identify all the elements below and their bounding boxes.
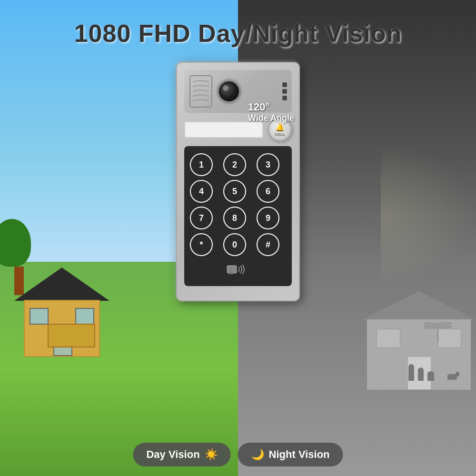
content-overlay: 1080 FHD Day/Night Vision — [0, 0, 476, 476]
day-vision-badge[interactable]: Day Vision ☀️ — [133, 443, 230, 466]
day-vision-label: Day Vision — [146, 448, 199, 461]
key-#[interactable]: # — [257, 233, 279, 256]
night-vision-icon: 🌙 — [251, 448, 264, 461]
key-9[interactable]: 9 — [257, 207, 279, 229]
angle-text: Wide Angle — [248, 113, 294, 123]
nameplate — [184, 121, 263, 138]
bottom-labels: Day Vision ☀️ 🌙 Night Vision — [133, 443, 343, 466]
keypad-section: 123456789*0# — [184, 146, 292, 286]
svg-rect-3 — [228, 272, 233, 274]
bell-icon: 🔔 — [275, 123, 285, 132]
angle-degrees: 120° — [248, 101, 294, 113]
night-vision-label: Night Vision — [269, 448, 330, 461]
camera-decoration — [189, 75, 213, 108]
key-4[interactable]: 4 — [190, 180, 213, 203]
night-vision-badge[interactable]: 🌙 Night Vision — [238, 443, 343, 466]
keypad-grid: 123456789*0# — [190, 153, 286, 256]
led-2 — [282, 89, 287, 94]
camera-leds — [282, 82, 287, 100]
camera-lens-area — [218, 80, 287, 103]
key-8[interactable]: 8 — [223, 207, 246, 229]
day-vision-icon: ☀️ — [205, 448, 218, 461]
key-1[interactable]: 1 — [190, 153, 213, 176]
title-area: 1080 FHD Day/Night Vision — [74, 19, 402, 48]
led-1 — [282, 82, 287, 87]
key-6[interactable]: 6 — [257, 180, 279, 203]
rfid-area — [190, 260, 286, 279]
device-panel: 120° Wide Angle 🔔 CALL 123456789*0# — [176, 62, 300, 301]
key-0[interactable]: 0 — [223, 233, 246, 256]
key-2[interactable]: 2 — [223, 153, 246, 176]
angle-label: 120° Wide Angle — [248, 101, 294, 123]
key-*[interactable]: * — [190, 233, 213, 256]
rfid-icon — [226, 262, 250, 277]
call-label: CALL — [275, 132, 285, 137]
key-7[interactable]: 7 — [190, 207, 213, 229]
led-3 — [282, 96, 287, 100]
key-3[interactable]: 3 — [257, 153, 279, 176]
camera-lens — [218, 80, 240, 103]
main-title: 1080 FHD Day/Night Vision — [74, 19, 402, 48]
key-5[interactable]: 5 — [223, 180, 246, 203]
device-container: 120° Wide Angle 🔔 CALL 123456789*0# — [176, 62, 300, 301]
